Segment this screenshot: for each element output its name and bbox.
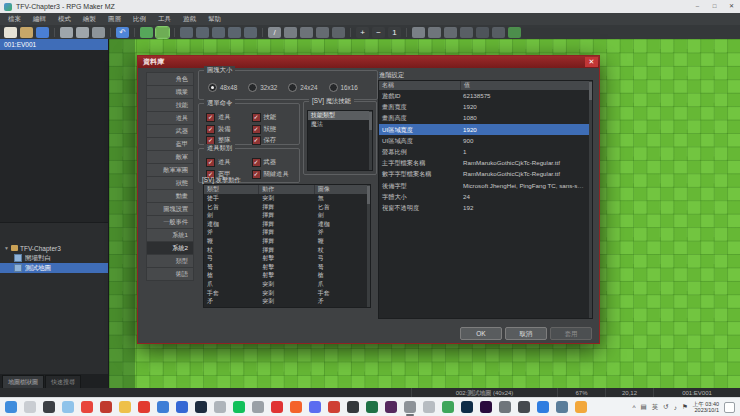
- taskbar-app-16[interactable]: [328, 401, 340, 413]
- select-tool-icon[interactable]: [316, 27, 329, 38]
- database-tab-7[interactable]: 敵軍軍團: [146, 164, 194, 177]
- item-category-checkbox-0[interactable]: ✓道具: [206, 158, 252, 167]
- taskbar-app-13[interactable]: [271, 401, 283, 413]
- sv-motions-row-6[interactable]: 杖揮舞杖: [204, 246, 370, 255]
- copy-icon[interactable]: [76, 27, 89, 38]
- taskbar-app-18[interactable]: [366, 401, 378, 413]
- database-tab-15[interactable]: 術語: [146, 268, 194, 281]
- line-tool-icon[interactable]: /: [268, 27, 281, 38]
- menu-item-2[interactable]: 模式: [52, 13, 77, 25]
- taskbar-app-21[interactable]: [423, 401, 435, 413]
- taskbar-app-25[interactable]: [499, 401, 511, 413]
- tile-size-option-1[interactable]: 32x32: [248, 83, 277, 92]
- sv-motions-column-header[interactable]: 圖像: [315, 185, 370, 194]
- sv-motions-row-2[interactable]: 劍揮舞劍: [204, 211, 370, 220]
- database-tab-8[interactable]: 狀態: [146, 177, 194, 190]
- menu-command-checkbox-2[interactable]: ✓裝備: [206, 125, 252, 134]
- cut-icon[interactable]: [60, 27, 73, 38]
- database-tab-4[interactable]: 武器: [146, 125, 194, 138]
- tile-size-option-0[interactable]: 48x48: [208, 83, 237, 92]
- tray-expand-icon[interactable]: ^: [632, 404, 635, 411]
- sv-motions-column-header[interactable]: 動作: [259, 185, 314, 194]
- map-tree-item-1[interactable]: 測試地圖: [0, 263, 108, 273]
- advanced-setting-row-10[interactable]: 視窗不透明度192: [379, 202, 592, 213]
- sv-motions-row-11[interactable]: 手套突刺手套: [204, 289, 370, 298]
- paste-icon[interactable]: [92, 27, 105, 38]
- eraser-tool-icon[interactable]: [300, 27, 313, 38]
- database-tab-11[interactable]: 一般事件: [146, 216, 194, 229]
- sv-motions-scrollbar[interactable]: [367, 185, 370, 307]
- taskbar-app-29[interactable]: [575, 401, 587, 413]
- menu-item-3[interactable]: 繪製: [77, 13, 102, 25]
- menu-command-checkbox-1[interactable]: ✓技能: [252, 113, 298, 122]
- database-tab-5[interactable]: 盔甲: [146, 138, 194, 151]
- menu-item-5[interactable]: 比例: [127, 13, 152, 25]
- advanced-setting-row-5[interactable]: 螢幕比例1: [379, 146, 592, 157]
- tile-size-option-3[interactable]: 16x16: [329, 83, 358, 92]
- tile-palette[interactable]: [0, 50, 108, 222]
- advanced-setting-row-3[interactable]: UI區域寬度1920: [379, 124, 592, 135]
- save-icon[interactable]: [36, 27, 49, 38]
- menu-item-0[interactable]: 檔案: [2, 13, 27, 25]
- tray-volume-icon[interactable]: ♪: [674, 404, 677, 411]
- sv-motions-row-7[interactable]: 弓射擊弓: [204, 254, 370, 263]
- resource-manager-icon[interactable]: [428, 27, 441, 38]
- rectangle-tool-icon[interactable]: [196, 27, 209, 38]
- tray-sync-icon[interactable]: ↺: [663, 403, 668, 411]
- database-tab-3[interactable]: 道具: [146, 112, 194, 125]
- taskbar-app-10[interactable]: [214, 401, 226, 413]
- sv-motions-row-12[interactable]: 矛突刺矛: [204, 297, 370, 306]
- taskbar-app-14[interactable]: [290, 401, 302, 413]
- sv-motions-row-1[interactable]: 匕首揮舞匕首: [204, 203, 370, 212]
- sv-motions-row-3[interactable]: 連枷揮舞連枷: [204, 220, 370, 229]
- sound-test-icon[interactable]: [460, 27, 473, 38]
- taskbar-app-26[interactable]: [518, 401, 530, 413]
- advanced-column-value[interactable]: 值: [461, 81, 592, 90]
- database-tab-6[interactable]: 敵軍: [146, 151, 194, 164]
- dock-tab-0[interactable]: 地圖樹狀圖: [2, 375, 44, 388]
- taskbar-app-2[interactable]: [62, 401, 74, 413]
- menu-item-7[interactable]: 遊戲: [177, 13, 202, 25]
- taskbar-app-4[interactable]: [100, 401, 112, 413]
- tray-flag-icon[interactable]: ⚑: [682, 403, 688, 411]
- taskbar-app-23[interactable]: [461, 401, 473, 413]
- taskbar-app-15[interactable]: [309, 401, 321, 413]
- taskbar-app-22[interactable]: [442, 401, 454, 413]
- ellipse-tool-icon[interactable]: [212, 27, 225, 38]
- database-tab-14[interactable]: 類型: [146, 255, 194, 268]
- dock-tab-1[interactable]: 快速搜尋: [45, 375, 81, 388]
- character-generator-icon[interactable]: [492, 27, 505, 38]
- sv-motions-row-5[interactable]: 鞭揮舞鞭: [204, 237, 370, 246]
- sv-motions-row-0[interactable]: 徒手突刺無: [204, 194, 370, 203]
- search-icon[interactable]: [24, 401, 36, 413]
- zoom-actual-icon[interactable]: 1: [388, 27, 401, 38]
- menu-command-checkbox-0[interactable]: ✓道具: [206, 113, 252, 122]
- menu-command-checkbox-5[interactable]: ✓保存: [252, 136, 298, 145]
- advanced-setting-row-8[interactable]: 後備字型Microsoft JhengHei, PingFang TC, san…: [379, 180, 592, 191]
- advanced-setting-row-4[interactable]: UI區域高度900: [379, 135, 592, 146]
- taskbar-app-5[interactable]: [119, 401, 131, 413]
- taskbar-app-8[interactable]: [176, 401, 188, 413]
- playtest-icon[interactable]: [508, 27, 521, 38]
- advanced-setting-row-6[interactable]: 主字型檔案名稱RamMarukoGothicCjkTc-Regular.ttf: [379, 157, 592, 168]
- close-button[interactable]: ✕: [723, 0, 740, 13]
- taskbar-app-27[interactable]: [537, 401, 549, 413]
- item-category-checkbox-3[interactable]: ✓關鍵道具: [252, 170, 298, 179]
- menu-item-1[interactable]: 編輯: [27, 13, 52, 25]
- ok-button[interactable]: OK: [460, 327, 502, 340]
- fill-tool-icon[interactable]: [228, 27, 241, 38]
- taskbar-app-24[interactable]: [480, 401, 492, 413]
- advanced-setting-row-9[interactable]: 字體大小24: [379, 191, 592, 202]
- database-tab-1[interactable]: 職業: [146, 86, 194, 99]
- advanced-setting-row-2[interactable]: 畫面高度1080: [379, 112, 592, 123]
- taskbar-app-11[interactable]: [233, 401, 245, 413]
- event-mode-icon[interactable]: [156, 27, 169, 38]
- zoom-in-icon[interactable]: +: [356, 27, 369, 38]
- menu-item-4[interactable]: 圖層: [102, 13, 127, 25]
- taskbar-app-28[interactable]: [556, 401, 568, 413]
- dot-tool-icon[interactable]: [284, 27, 297, 38]
- angle-tool-icon[interactable]: [332, 27, 345, 38]
- taskbar-app-7[interactable]: [157, 401, 169, 413]
- notification-center-icon[interactable]: [724, 402, 735, 413]
- start-button[interactable]: [5, 401, 17, 413]
